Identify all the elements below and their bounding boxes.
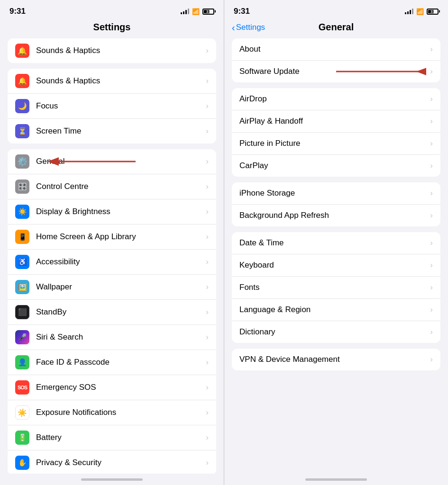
chevron-icon: › <box>430 260 433 270</box>
vpn-label: VPN & Device Management <box>239 355 430 364</box>
sounds-label: Sounds & Haptics <box>36 46 206 55</box>
airdrop-item[interactable]: AirDrop › <box>232 88 440 110</box>
list-item[interactable]: ⏳ Screen Time › <box>8 119 216 144</box>
left-page-title: Settings <box>0 20 224 38</box>
pictureinpicture-item[interactable]: Picture in Picture › <box>232 133 440 155</box>
vpn-item[interactable]: VPN & Device Management › <box>232 349 440 370</box>
list-item[interactable]: 📱 Home Screen & App Library › <box>8 225 216 250</box>
wifi-icon: 📶 <box>192 8 200 15</box>
chevron-icon: › <box>430 45 433 54</box>
general-item[interactable]: ⚙️ General › <box>8 149 216 174</box>
sos-icon: SOS <box>15 380 29 395</box>
fonts-item[interactable]: Fonts › <box>232 277 440 299</box>
siri-label: Siri & Search <box>36 332 206 342</box>
left-settings-scroll[interactable]: 🔔 Sounds & Haptics › 🔔 Sounds & Haptics … <box>0 38 224 474</box>
privacy-label: Privacy & Security <box>36 458 206 467</box>
list-item[interactable]: ♿ Accessibility › <box>8 250 216 275</box>
chevron-icon: › <box>430 161 433 171</box>
wallpaper-icon: 🖼️ <box>15 280 29 294</box>
display-icon: ☀️ <box>15 205 29 219</box>
home-bar <box>81 478 143 481</box>
left-partial-group: 🔔 Sounds & Haptics › <box>8 38 216 63</box>
list-item[interactable]: 👤 Face ID & Passcode › <box>8 350 216 375</box>
chevron-icon: › <box>206 101 209 111</box>
background-refresh-label: Background App Refresh <box>239 211 430 220</box>
iphone-storage-label: iPhone Storage <box>239 189 430 198</box>
back-button[interactable]: ‹ Settings <box>232 23 265 32</box>
carplay-item[interactable]: CarPlay › <box>232 155 440 177</box>
homescreen-label: Home Screen & App Library <box>36 232 206 242</box>
list-item[interactable]: ⬛ StandBy › <box>8 300 216 325</box>
chevron-icon: › <box>206 307 209 317</box>
software-update-item[interactable]: Software Update › <box>232 61 440 82</box>
general-label: General <box>36 157 206 166</box>
list-item[interactable]: 🔔 Sounds & Haptics › <box>8 69 216 94</box>
chevron-icon: › <box>430 211 433 220</box>
wallpaper-label: Wallpaper <box>36 282 206 292</box>
left-group-1: 🔔 Sounds & Haptics › 🌙 Focus › ⏳ Screen … <box>8 69 216 144</box>
chevron-icon: › <box>206 383 209 392</box>
focus-icon: 🌙 <box>15 99 29 113</box>
exposure-label: Exposure Notifications <box>36 408 206 417</box>
background-refresh-item[interactable]: Background App Refresh › <box>232 205 440 226</box>
airplay-item[interactable]: AirPlay & Handoff › <box>232 110 440 133</box>
chevron-icon: › <box>206 408 209 417</box>
left-home-indicator <box>0 474 224 485</box>
right-group-2: AirDrop › AirPlay & Handoff › Picture in… <box>232 88 440 177</box>
privacy-item[interactable]: ✋ Privacy & Security › <box>8 450 216 474</box>
software-update-label: Software Update <box>239 67 430 76</box>
chevron-icon: › <box>430 117 433 126</box>
battery-percentage: 33 <box>203 9 213 14</box>
sos-label: Emergency SOS <box>36 383 206 392</box>
battery-label: Battery <box>36 433 206 442</box>
airdrop-label: AirDrop <box>239 94 430 104</box>
list-item[interactable]: 🎤 Siri & Search › <box>8 325 216 350</box>
general-icon: ⚙️ <box>15 154 29 169</box>
chevron-icon: › <box>206 332 209 342</box>
dictionary-item[interactable]: Dictionary › <box>232 321 440 343</box>
left-status-icons: 📶 33 <box>181 8 214 15</box>
chevron-icon: › <box>430 238 433 248</box>
chevron-icon: › <box>206 76 209 86</box>
fonts-label: Fonts <box>239 283 430 292</box>
sounds-haptics-label: Sounds & Haptics <box>36 76 206 86</box>
left-time: 9:31 <box>9 7 26 16</box>
right-home-indicator <box>224 474 448 485</box>
about-label: About <box>239 45 430 54</box>
left-panel: 9:31 📶 33 Settings 🔔 Sounds & H <box>0 0 224 485</box>
faceid-icon: 👤 <box>15 355 29 369</box>
exposure-icon: ☀️ <box>15 405 29 420</box>
list-item[interactable]: ☀️ Display & Brightness › <box>8 199 216 225</box>
list-item[interactable]: 🌙 Focus › <box>8 94 216 119</box>
datetime-label: Date & Time <box>239 238 430 248</box>
list-item[interactable]: ☀️ Exposure Notifications › <box>8 400 216 425</box>
datetime-item[interactable]: Date & Time › <box>232 232 440 254</box>
controlcentre-label: Control Centre <box>36 182 206 191</box>
keyboard-item[interactable]: Keyboard › <box>232 254 440 277</box>
chevron-icon: › <box>206 358 209 367</box>
right-group-5: VPN & Device Management › <box>232 349 440 370</box>
battery-status-icon: 33 <box>427 9 439 15</box>
carplay-label: CarPlay <box>239 161 430 171</box>
standby-icon: ⬛ <box>15 305 29 319</box>
signal-icon <box>181 9 189 14</box>
battery-item[interactable]: 🔋 Battery › <box>8 425 216 450</box>
list-item[interactable]: 🔔 Sounds & Haptics › <box>8 38 216 63</box>
right-status-icons: 📶 33 <box>405 8 439 15</box>
chevron-icon: › <box>430 283 433 292</box>
list-item[interactable]: 🖼️ Wallpaper › <box>8 275 216 300</box>
right-group-3: iPhone Storage › Background App Refresh … <box>232 182 440 226</box>
language-item[interactable]: Language & Region › <box>232 299 440 321</box>
list-item[interactable]: SOS Emergency SOS › <box>8 375 216 400</box>
right-settings-scroll[interactable]: About › Software Update › <box>224 38 448 474</box>
controlcentre-icon: 🎛️ <box>15 180 29 194</box>
chevron-icon: › <box>206 232 209 242</box>
iphone-storage-item[interactable]: iPhone Storage › <box>232 182 440 205</box>
battery-status-icon: 33 <box>202 9 214 15</box>
chevron-icon: › <box>206 458 209 467</box>
chevron-icon: › <box>206 207 209 216</box>
back-chevron-icon: ‹ <box>232 23 235 32</box>
about-item[interactable]: About › <box>232 38 440 61</box>
list-item[interactable]: 🎛️ Control Centre › <box>8 174 216 199</box>
chevron-icon: › <box>206 282 209 292</box>
